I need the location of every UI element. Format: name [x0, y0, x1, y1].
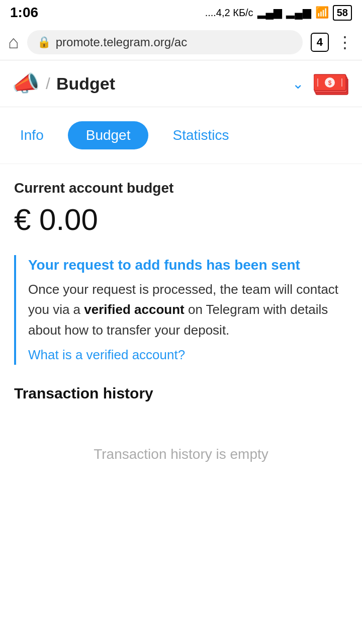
url-bar[interactable]: 🔒 promote.telegram.org/ac — [27, 30, 303, 54]
network-text: ....4,2 КБ/с — [205, 7, 253, 19]
info-box-title: Your request to add funds has been sent — [28, 257, 348, 273]
page-header: 📣 / Budget ⌄ $ — [0, 60, 362, 107]
money-icon: $ — [314, 70, 350, 97]
transaction-history-title: Transaction history — [14, 385, 348, 402]
main-content: Current account budget € 0.00 Your reque… — [0, 164, 362, 499]
breadcrumb-separator: / — [46, 74, 50, 93]
svg-text:$: $ — [328, 79, 332, 87]
budget-label: Current account budget — [14, 180, 348, 196]
status-bar: 1:06 ....4,2 КБ/с ▂▄▆ ▂▄▆ 📶 58 — [0, 0, 362, 24]
url-text: promote.telegram.org/ac — [56, 35, 187, 49]
tab-statistics[interactable]: Statistics — [164, 122, 237, 148]
battery-indicator: 58 — [333, 5, 352, 21]
home-icon[interactable]: ⌂ — [8, 32, 19, 53]
tab-info[interactable]: Info — [12, 122, 52, 148]
tabs-container: Info Budget Statistics — [0, 107, 362, 164]
signal-icon-2: ▂▄▆ — [286, 6, 311, 19]
budget-amount: € 0.00 — [14, 202, 348, 237]
wifi-icon: 📶 — [315, 6, 329, 19]
tab-count[interactable]: 4 — [311, 33, 329, 52]
info-box-body: Once your request is processed, the team… — [28, 279, 348, 340]
tab-budget[interactable]: Budget — [68, 121, 149, 149]
lock-icon: 🔒 — [37, 36, 51, 49]
page-title: Budget — [56, 74, 292, 94]
status-time: 1:06 — [10, 5, 38, 21]
dropdown-arrow-icon[interactable]: ⌄ — [292, 75, 304, 92]
info-body-bold: verified account — [84, 302, 184, 317]
browser-bar: ⌂ 🔒 promote.telegram.org/ac 4 ⋮ — [0, 24, 362, 60]
verified-account-link[interactable]: What is a verified account? — [28, 347, 185, 362]
megaphone-icon: 📣 — [12, 70, 40, 97]
status-icons: ....4,2 КБ/с ▂▄▆ ▂▄▆ 📶 58 — [205, 5, 352, 21]
transaction-history-empty: Transaction history is empty — [14, 426, 348, 482]
menu-dots-icon[interactable]: ⋮ — [337, 33, 354, 52]
info-box: Your request to add funds has been sent … — [14, 255, 348, 365]
signal-icon-1: ▂▄▆ — [257, 6, 283, 19]
